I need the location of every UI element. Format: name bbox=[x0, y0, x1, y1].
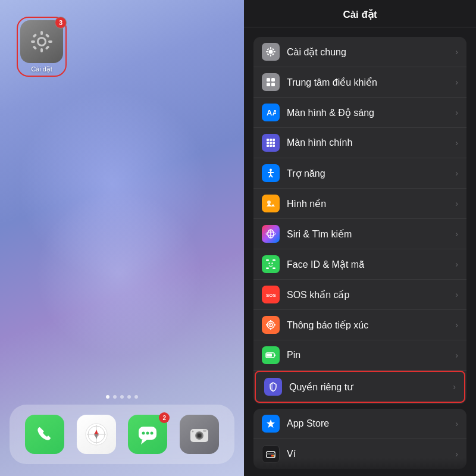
svg-rect-33 bbox=[272, 53, 274, 55]
control-chevron: › bbox=[455, 77, 458, 87]
settings-row-wallpaper[interactable]: Hình nền › bbox=[253, 189, 466, 219]
svg-point-68 bbox=[270, 324, 271, 325]
settings-badge: 3 bbox=[55, 17, 67, 29]
svg-rect-28 bbox=[270, 47, 271, 49]
camera-app-icon[interactable] bbox=[180, 415, 219, 454]
messages-badge: 2 bbox=[159, 412, 170, 423]
svg-rect-41 bbox=[267, 139, 269, 141]
svg-rect-36 bbox=[267, 78, 270, 82]
battery-chevron: › bbox=[455, 350, 458, 360]
accessibility-icon bbox=[262, 164, 280, 182]
home-screen: 3 Cài đặt bbox=[0, 0, 244, 476]
settings-row-sos[interactable]: SOS SOS khẩn cấp › bbox=[253, 280, 466, 310]
dot-5 bbox=[134, 395, 138, 399]
privacy-label: Quyền riêng tư bbox=[289, 381, 453, 393]
safari-app-icon[interactable] bbox=[77, 415, 116, 454]
exposure-label: Thông báo tiếp xúc bbox=[287, 320, 455, 331]
privacy-chevron: › bbox=[453, 382, 456, 392]
battery-label: Pin bbox=[287, 350, 455, 361]
safari-icon bbox=[84, 422, 108, 446]
svg-rect-47 bbox=[267, 145, 269, 147]
svg-rect-45 bbox=[270, 142, 272, 144]
settings-group-1: Cài đặt chung › Trung tâm điều khiển › bbox=[253, 37, 466, 404]
svg-text:SOS: SOS bbox=[266, 293, 276, 298]
sos-chevron: › bbox=[455, 290, 458, 299]
bg-blob-2 bbox=[36, 190, 202, 357]
display-label: Màn hình & Độ sáng bbox=[287, 107, 455, 118]
svg-rect-59 bbox=[266, 259, 269, 261]
svg-point-79 bbox=[271, 455, 273, 457]
svg-rect-5 bbox=[48, 40, 52, 43]
svg-rect-4 bbox=[31, 40, 35, 43]
appstore-icon bbox=[262, 415, 280, 433]
svg-rect-44 bbox=[267, 142, 269, 144]
gear-icon bbox=[29, 29, 55, 55]
svg-marker-17 bbox=[141, 440, 147, 444]
svg-point-20 bbox=[151, 432, 154, 435]
settings-app-highlighted[interactable]: 3 Cài đặt bbox=[17, 17, 67, 77]
siri-icon bbox=[262, 225, 280, 243]
settings-row-accessibility[interactable]: Trợ năng › bbox=[253, 158, 466, 189]
accessibility-label: Trợ năng bbox=[287, 168, 455, 179]
app-dock: 2 bbox=[10, 405, 234, 464]
svg-rect-43 bbox=[273, 139, 275, 141]
svg-rect-74 bbox=[267, 354, 272, 357]
svg-point-19 bbox=[146, 432, 149, 435]
page-dots bbox=[0, 395, 244, 399]
svg-point-50 bbox=[270, 169, 272, 171]
settings-app-icon[interactable]: 3 bbox=[20, 20, 63, 63]
general-chevron: › bbox=[455, 47, 458, 57]
settings-row-general[interactable]: Cài đặt chung › bbox=[253, 37, 466, 67]
settings-list: Cài đặt chung › Trung tâm điều khiển › bbox=[244, 27, 476, 476]
settings-app-label: Cài đặt bbox=[20, 65, 63, 73]
svg-rect-35 bbox=[272, 48, 274, 51]
svg-rect-37 bbox=[271, 78, 275, 82]
settings-row-appstore[interactable]: App Store › bbox=[253, 409, 466, 439]
settings-row-display[interactable]: AA Màn hình & Độ sáng › bbox=[253, 98, 466, 128]
svg-point-63 bbox=[268, 262, 270, 264]
svg-rect-29 bbox=[270, 55, 271, 57]
dot-2 bbox=[113, 395, 117, 399]
svg-rect-31 bbox=[274, 51, 276, 52]
svg-rect-77 bbox=[267, 453, 275, 455]
wallpaper-icon bbox=[262, 195, 280, 212]
settings-row-siri[interactable]: Siri & Tìm kiếm › bbox=[253, 219, 466, 249]
wallpaper-chevron: › bbox=[455, 199, 458, 208]
svg-rect-7 bbox=[45, 45, 50, 50]
messages-app-icon[interactable]: 2 bbox=[128, 415, 167, 454]
wallet-chevron: › bbox=[455, 449, 458, 459]
svg-rect-2 bbox=[40, 31, 43, 35]
svg-line-54 bbox=[271, 175, 273, 177]
exposure-icon bbox=[262, 316, 280, 334]
battery-icon bbox=[262, 346, 280, 364]
svg-point-26 bbox=[192, 431, 193, 433]
svg-rect-38 bbox=[267, 83, 270, 86]
phone-app-icon[interactable] bbox=[25, 415, 64, 454]
settings-panel: Cài đặt bbox=[244, 0, 476, 476]
settings-row-faceid[interactable]: Face ID & Mật mã › bbox=[253, 249, 466, 280]
settings-row-privacy[interactable]: Quyền riêng tư › bbox=[255, 371, 465, 403]
settings-row-battery[interactable]: Pin › bbox=[253, 340, 466, 371]
svg-rect-3 bbox=[40, 48, 43, 52]
svg-rect-60 bbox=[273, 259, 275, 261]
svg-rect-9 bbox=[45, 33, 50, 38]
dot-4 bbox=[127, 395, 131, 399]
appstore-label: App Store bbox=[287, 418, 455, 429]
svg-rect-8 bbox=[33, 45, 37, 50]
general-icon bbox=[262, 43, 280, 61]
settings-row-exposure[interactable]: Thông báo tiếp xúc › bbox=[253, 310, 466, 340]
svg-rect-61 bbox=[266, 268, 269, 270]
phone-icon bbox=[34, 424, 55, 445]
svg-rect-25 bbox=[203, 430, 206, 432]
settings-row-homescreen[interactable]: Màn hình chính › bbox=[253, 128, 466, 158]
settings-row-control[interactable]: Trung tâm điều khiển › bbox=[253, 67, 466, 98]
dot-3 bbox=[120, 395, 124, 399]
homescreen-label: Màn hình chính bbox=[287, 137, 455, 148]
svg-point-18 bbox=[142, 432, 145, 435]
sos-label: SOS khẩn cấp bbox=[287, 289, 455, 300]
sos-icon: SOS bbox=[262, 286, 280, 303]
privacy-icon bbox=[264, 378, 282, 396]
settings-title: Cài đặt bbox=[256, 8, 464, 21]
siri-label: Siri & Tìm kiếm bbox=[287, 228, 455, 240]
control-label: Trung tâm điều khiển bbox=[287, 77, 455, 88]
